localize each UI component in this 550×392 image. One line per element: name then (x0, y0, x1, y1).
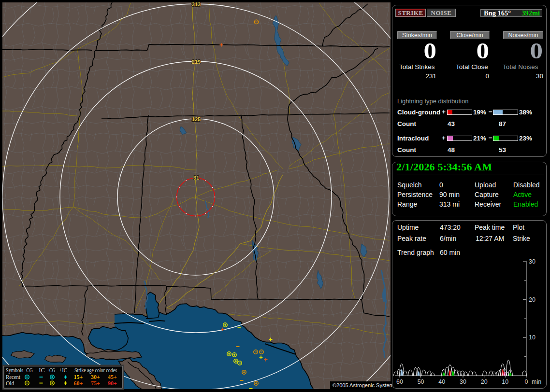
svg-text:60+: 60+ (74, 380, 83, 387)
svg-text:Recent: Recent (6, 374, 21, 380)
svg-text:30+: 30+ (91, 374, 100, 380)
svg-text:219: 219 (192, 59, 201, 65)
svg-text:90+: 90+ (108, 380, 117, 387)
svg-text:+IC: +IC (59, 367, 67, 373)
svg-text:10: 10 (502, 378, 508, 385)
svg-text:20: 20 (481, 378, 488, 385)
svg-text:20: 20 (529, 296, 536, 303)
svg-text:30: 30 (460, 378, 466, 385)
svg-text:15+: 15+ (74, 374, 83, 380)
svg-text:60: 60 (396, 378, 403, 385)
svg-text:Strike age color codes: Strike age color codes (74, 367, 117, 374)
svg-text:-IC: -IC (37, 367, 45, 373)
svg-text:-CG: -CG (25, 367, 33, 373)
svg-text:40: 40 (438, 378, 445, 385)
svg-text:Symbols: Symbols (6, 367, 23, 374)
svg-text:+CG: +CG (47, 367, 55, 373)
svg-text:10: 10 (529, 334, 536, 341)
svg-text:75+: 75+ (91, 380, 100, 387)
svg-text:©2005 Astrogenic Systems: ©2005 Astrogenic Systems (333, 382, 392, 388)
svg-text:125: 125 (192, 116, 201, 122)
svg-text:Old: Old (6, 380, 14, 386)
svg-text:30: 30 (529, 258, 536, 265)
svg-text:min: min (532, 378, 541, 385)
svg-text:50: 50 (418, 378, 424, 385)
svg-text:45+: 45+ (108, 374, 117, 380)
svg-text:31: 31 (193, 175, 199, 181)
svg-text:0: 0 (525, 378, 528, 385)
